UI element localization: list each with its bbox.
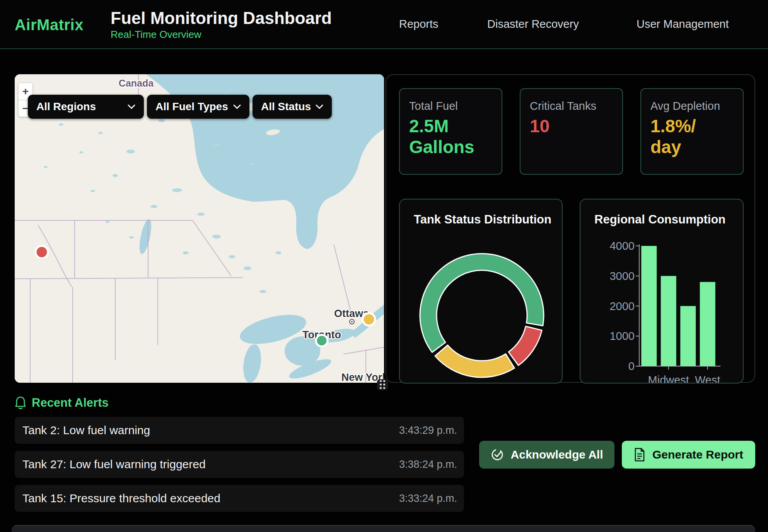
normal-tank-marker[interactable] [316,335,328,346]
dashboard-panel: Total Fuel 2.5MGallons Critical Tanks 10… [386,74,755,383]
alert-row: Tank 2: Low fuel warning 3:43:29 p.m. [15,417,464,444]
status-filter-label: All Status [261,101,311,113]
recent-alerts-heading: Recent Alerts [32,396,109,410]
tank-status-chart-card: Tank Status Distribution [399,199,563,384]
svg-text:Midwest: Midwest [648,374,689,384]
tank-status-donut-chart [400,200,562,384]
alert-message: Tank 2: Low fuel warning [22,424,150,437]
chevron-down-icon [128,104,135,109]
stat-card-critical-tanks: Critical Tanks 10 [520,88,623,175]
svg-text:1000: 1000 [609,330,635,342]
region-filter-label: All Regions [36,101,96,113]
stat-card-total-fuel: Total Fuel 2.5MGallons [399,88,502,175]
map-canvas: Canada Ottawa Toronto New York [15,74,384,383]
stat-label: Avg Depletion [650,100,734,113]
nav-user-management[interactable]: User Management [637,18,729,31]
status-filter-dropdown[interactable]: All Status [253,95,332,119]
svg-text:4000: 4000 [609,240,635,252]
chevron-down-icon [233,104,241,109]
chart-title: Regional Consumption [594,213,725,227]
alert-time: 3:43:29 p.m. [399,425,457,437]
stat-value: 1.8%/day [650,116,734,158]
generate-report-button[interactable]: Generate Report [622,441,755,469]
fuel-tank-map[interactable]: Canada Ottawa Toronto New York [15,74,384,383]
alert-message: Tank 15: Pressure threshold exceeded [22,492,220,505]
document-icon [634,448,645,462]
stat-label: Critical Tanks [530,100,613,113]
svg-text:0: 0 [628,360,635,372]
nav-reports[interactable]: Reports [399,18,439,31]
alert-row: Tank 27: Low fuel warning triggered 3:38… [15,451,464,478]
regional-consumption-bar-chart: 01000200030004000MidwestWest [580,200,743,384]
fuel-type-filter-label: All Fuel Types [155,101,228,113]
app-header: AirMatrix Fuel Monitoring Dashboard Real… [0,0,768,49]
alert-time: 3:33:24 p.m. [399,493,457,505]
alert-row: Tank 15: Pressure threshold exceeded 3:3… [15,485,464,512]
stat-value: 10 [530,116,613,136]
page-title: Fuel Monitoring Dashboard [111,9,332,28]
map-label-canada: Canada [119,78,154,89]
alert-time: 3:38:24 p.m. [399,459,457,471]
generate-report-label: Generate Report [652,448,743,461]
svg-text:2000: 2000 [609,300,635,312]
svg-text:3000: 3000 [609,270,635,282]
check-circle-icon [491,448,504,461]
stat-value: 2.5MGallons [409,116,492,158]
fuel-type-filter-dropdown[interactable]: All Fuel Types [147,95,249,119]
svg-text:West: West [695,374,720,384]
chevron-down-icon [316,104,323,109]
brand-logo: AirMatrix [15,16,84,34]
region-filter-dropdown[interactable]: All Regions [28,95,144,119]
alert-message: Tank 27: Low fuel warning triggered [22,458,206,471]
nav-disaster-recovery[interactable]: Disaster Recovery [487,18,579,31]
regional-consumption-chart-card: Regional Consumption 01000200030004000Mi… [580,199,744,384]
bell-icon [15,396,26,410]
bottom-section-edge [12,525,755,532]
stat-card-avg-depletion: Avg Depletion 1.8%/day [640,88,744,175]
chart-title: Tank Status Distribution [414,213,551,227]
acknowledge-all-label: Acknowledge All [511,448,603,461]
warning-tank-marker[interactable] [363,313,375,326]
stat-label: Total Fuel [409,100,492,113]
critical-tank-marker[interactable] [36,246,48,258]
acknowledge-all-button[interactable]: Acknowledge All [479,441,614,469]
page-subtitle: Real-Time Overview [111,29,201,41]
drag-grip-icon[interactable] [377,379,388,390]
